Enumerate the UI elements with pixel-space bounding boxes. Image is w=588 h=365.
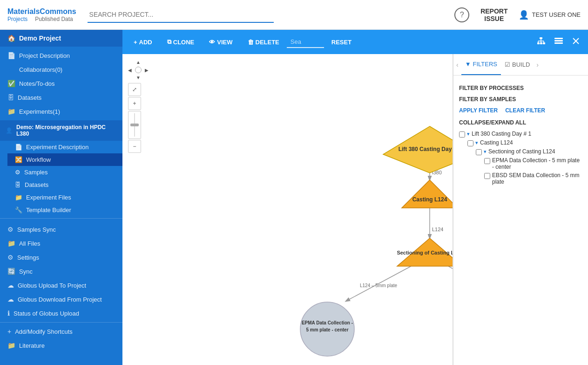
nav-published[interactable]: Published Data [35, 16, 73, 22]
sidebar-project-header[interactable]: 🏠 Demo Project [0, 30, 122, 47]
sidebar-item-exp-files[interactable]: 📁 Experiment Files [7, 191, 122, 204]
sidebar-item-experiment-description[interactable]: 📄 Experiment Description [7, 141, 122, 153]
sidebar-item-globus-status[interactable]: ℹ Status of Globus Upload [0, 306, 122, 320]
tree-chevron-root[interactable]: ▾ [467, 131, 470, 137]
lit-folder-icon: 📁 [7, 342, 15, 349]
sidebar-experiment-header[interactable]: 👤 Demo: Microsegregation in HPDC L380 [0, 120, 122, 141]
workflow-icon: 🔀 [15, 156, 22, 163]
list-view-button[interactable] [550, 34, 568, 50]
svg-text:L124: L124 [432, 227, 443, 232]
sidebar-item-sync[interactable]: 🔄 Sync [0, 264, 122, 278]
db-icon2: 🗄 [15, 181, 21, 188]
plus-icon: + [7, 328, 11, 335]
tree-chevron-casting[interactable]: ▾ [475, 140, 478, 146]
sidebar-item-settings[interactable]: ⚙ Settings [0, 250, 122, 264]
brand: MaterialsCommons Projects Published Data [7, 7, 76, 22]
tree-item-casting: ▾ Casting L124 [467, 138, 582, 147]
experiment-person-icon: 👤 [6, 127, 13, 134]
sidebar-item-all-files[interactable]: 📁 All Files [0, 236, 122, 250]
tree-checkbox-epma[interactable] [484, 158, 490, 164]
zoom-out-button[interactable]: − [128, 140, 141, 153]
settings-icon: ⚙ [7, 254, 14, 261]
panel-prev-button[interactable]: ‹ [453, 54, 461, 75]
tree-label-epma[interactable]: EPMA Data Collection - 5 mm plate - cent… [492, 157, 582, 170]
svg-marker-25 [402, 180, 453, 208]
sidebar-item-exp-datasets[interactable]: 🗄 Datasets [7, 179, 122, 191]
right-panel: ‹ ▼ FILTERS ☑ BUILD › FILTER BY PROCESSE… [453, 54, 588, 365]
sidebar-item-literature[interactable]: 📁 Literature [0, 338, 122, 352]
clear-filter-button[interactable]: CLEAR FILTER [505, 107, 545, 114]
sidebar-item-workflow[interactable]: 🔀 Workflow [7, 153, 122, 166]
tree-checkbox-ebsd[interactable] [484, 173, 490, 179]
sidebar-label: Collaborators(0) [19, 66, 62, 73]
compass-center[interactable] [135, 67, 142, 73]
tree-checkbox-root[interactable] [459, 131, 465, 138]
sidebar-item-samples[interactable]: ⚙ Samples [7, 166, 122, 179]
sidebar-divider2 [0, 322, 122, 323]
sidebar-label: Experiments(1) [19, 108, 60, 115]
sidebar-item-globus-upload[interactable]: ☁ Globus Upload To Project [0, 278, 122, 292]
workflow-toolbar: + ADD ⧉ CLONE 👁 VIEW 🗑 DELETE RESET [122, 30, 588, 54]
tab-build[interactable]: ☑ BUILD [501, 54, 534, 75]
tree-checkbox-sectioning[interactable] [476, 149, 482, 155]
sidebar-item-datasets[interactable]: 🗄 Datasets [0, 90, 122, 104]
panel-next-button[interactable]: › [534, 54, 541, 75]
sidebar-item-notes[interactable]: ✅ Notes/To-dos [0, 76, 122, 90]
compass-east[interactable]: ▶ [145, 68, 149, 73]
tree-label-casting[interactable]: Casting L124 [480, 139, 513, 146]
delete-button[interactable]: 🗑 DELETE [240, 35, 287, 49]
check-icon: ✅ [7, 80, 15, 87]
tree-label-ebsd[interactable]: EBSD SEM Data Collection - 5 mm plate [492, 172, 582, 185]
sidebar-item-experiments[interactable]: 📁 Experiments(1) [0, 104, 122, 118]
apply-filter-button[interactable]: APPLY FILTER [459, 107, 498, 114]
tree-label-root[interactable]: Lift 380 Casting Day # 1 [472, 131, 531, 137]
sidebar-label: Datasets [18, 94, 41, 101]
compass-south[interactable]: ▼ [136, 75, 141, 80]
sidebar-label: All Files [19, 240, 41, 247]
svg-rect-3 [543, 42, 545, 44]
tree-item-sectioning: ▾ Sectioning of Casting L124 [476, 147, 582, 156]
sidebar-label: Experiment Description [26, 144, 88, 151]
user-menu[interactable]: 👤 TEST USER ONE [519, 10, 581, 20]
site-name[interactable]: MaterialsCommons [7, 7, 76, 16]
tab-filters[interactable]: ▼ FILTERS [461, 54, 501, 75]
zoom-in-button[interactable]: + [128, 97, 141, 110]
sidebar-item-shortcuts[interactable]: + Add/Modify Shortcuts [0, 324, 122, 338]
sidebar-item-template-builder[interactable]: 🔧 Template Builder [7, 204, 122, 216]
report-issue-button[interactable]: REPORT ISSUE [480, 7, 507, 22]
sidebar-label: Workflow [26, 156, 51, 163]
tree-chevron-sectioning[interactable]: ▾ [484, 149, 487, 155]
sidebar-item-project-description[interactable]: 📄 Project Description [0, 48, 122, 62]
workflow-canvas[interactable]: ▲ ▼ ◀ ▶ ⤢ + − [122, 54, 453, 365]
nav-projects[interactable]: Projects [7, 16, 27, 22]
fit-to-screen-button[interactable]: ⤢ [128, 83, 141, 96]
sidebar-divider [0, 218, 122, 219]
sidebar-item-samples-sync[interactable]: ⚙ Samples Sync [0, 222, 122, 236]
help-icon[interactable]: ? [454, 7, 469, 22]
doc-icon: 📄 [7, 52, 15, 59]
close-panel-button[interactable] [568, 34, 584, 50]
svg-text:5 mm plate - center: 5 mm plate - center [306, 327, 348, 332]
tree-label-sectioning[interactable]: Sectioning of Casting L124 [488, 148, 555, 155]
hierarchy-view-button[interactable] [532, 33, 550, 51]
home-icon: 🏠 [7, 34, 15, 42]
view-button[interactable]: 👁 VIEW [202, 35, 240, 49]
clone-button[interactable]: ⧉ CLONE [160, 34, 202, 49]
navbar-right: ? REPORT ISSUE 👤 TEST USER ONE [454, 7, 581, 22]
compass-west[interactable]: ◀ [128, 68, 132, 73]
reset-button[interactable]: RESET [324, 35, 359, 49]
project-search-input[interactable] [88, 7, 274, 23]
zoom-slider[interactable] [128, 111, 141, 139]
add-button[interactable]: + ADD [126, 35, 160, 49]
folder-icon2: 📁 [15, 194, 22, 201]
sidebar-item-globus-download[interactable]: ☁ Globus Download From Project [0, 292, 122, 306]
sidebar-label: Globus Upload To Project [18, 282, 86, 289]
cloud-up-icon: ☁ [7, 282, 14, 289]
workflow-search-input[interactable] [287, 36, 324, 48]
gear-icon: ⚙ [15, 169, 20, 176]
sidebar-item-collaborators[interactable]: 👤 Collaborators(0) [0, 62, 122, 76]
user-icon: 👤 [519, 10, 529, 20]
canvas-panel: ▲ ▼ ◀ ▶ ⤢ + − [122, 54, 588, 365]
tree-checkbox-casting[interactable] [467, 140, 473, 146]
compass-north[interactable]: ▲ [136, 60, 141, 65]
